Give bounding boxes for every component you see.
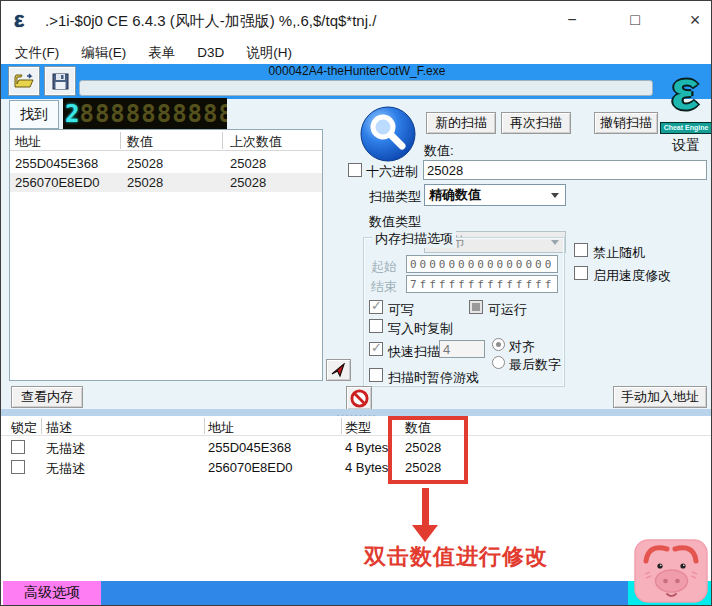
annotation-arrow-icon [422, 488, 429, 526]
menu-d3d[interactable]: D3D [197, 45, 224, 60]
pause-game-label: 扫描时暂停游戏 [388, 369, 479, 387]
row-type: 4 Bytes [345, 440, 388, 455]
last-digits-radio[interactable] [492, 356, 505, 369]
found-col-address[interactable]: 地址 [15, 133, 41, 151]
menu-help[interactable]: 说明(H) [246, 44, 292, 62]
scan-type-value: 精确数值 [429, 186, 481, 204]
scan-progress-bar [79, 80, 653, 96]
scan-value-input[interactable] [423, 160, 707, 180]
found-address-list[interactable]: 地址 数值 上次数值 255D045E368 25028 25028 25607… [9, 129, 323, 381]
found-row-address: 255D045E368 [15, 156, 98, 171]
cheat-engine-logo-text: Cheat Engine [660, 122, 712, 134]
col-lock[interactable]: 锁定 [11, 419, 37, 437]
attached-process-name: 000042A4-theHunterCotW_F.exe [1, 64, 712, 78]
found-row-value: 25028 [127, 175, 163, 190]
chevron-down-icon [551, 193, 559, 198]
found-row-previous: 25028 [230, 156, 266, 171]
new-scan-button[interactable]: 新的扫描 [426, 112, 496, 134]
hex-label: 十六进制 [366, 163, 418, 181]
settings-link[interactable]: 设置 [672, 137, 700, 155]
scan-type-dropdown[interactable]: 精确数值 [424, 184, 566, 206]
menu-table[interactable]: 表单 [148, 44, 175, 62]
executable-label: 可运行 [488, 301, 527, 319]
cheat-engine-logo-icon[interactable]: ε [656, 59, 712, 125]
unrandomizer-label: 禁止随机 [593, 244, 645, 262]
start-label: 起始 [371, 258, 397, 276]
annotation-arrow-head-icon [412, 525, 438, 542]
found-row-address: 256070E8ED0 [15, 175, 100, 190]
maximize-button[interactable]: □ [614, 5, 656, 35]
col-type[interactable]: 类型 [345, 419, 371, 437]
freeze-checkbox[interactable] [11, 440, 25, 454]
found-row-previous: 25028 [230, 175, 266, 190]
found-list-header: 地址 数值 上次数值 [10, 130, 322, 151]
hex-checkbox[interactable] [348, 163, 362, 177]
found-count-label: 找到 [9, 100, 59, 129]
fast-scan-alignment-input[interactable] [439, 340, 485, 358]
found-count-lcd: 2 8888888888 [63, 98, 227, 129]
next-scan-button[interactable]: 再次扫描 [501, 112, 571, 134]
unrandomizer-checkbox[interactable] [574, 243, 588, 257]
writable-checkbox[interactable] [369, 300, 383, 314]
annotation-text: 双击数值进行修改 [341, 542, 571, 572]
menu-edit[interactable]: 编辑(E) [81, 44, 126, 62]
row-description: 无描述 [46, 440, 85, 458]
row-description: 无描述 [46, 460, 85, 478]
freeze-checkbox[interactable] [11, 460, 25, 474]
window-title: .>1i-$0j0 CE 6.4.3 (风叶人-加强版) %,.6,$/tq$*… [45, 12, 376, 31]
row-type: 4 Bytes [345, 460, 388, 475]
alignment-radio[interactable] [492, 338, 505, 351]
minimize-button[interactable]: − [551, 5, 593, 35]
stop-scan-button[interactable] [346, 386, 372, 410]
column-divider [341, 418, 342, 434]
col-addr[interactable]: 地址 [208, 419, 234, 437]
column-divider [41, 418, 42, 434]
undo-scan-button[interactable]: 撤销扫描 [594, 112, 658, 134]
speedhack-checkbox[interactable] [574, 266, 588, 280]
memory-options-title: 内存扫描选项 [372, 230, 456, 248]
fast-scan-checkbox[interactable] [369, 342, 383, 356]
found-col-previous[interactable]: 上次数值 [230, 133, 282, 151]
lcd-ghost-digits: 8888888888 [79, 100, 227, 128]
column-divider [120, 132, 121, 149]
menu-bar: 文件(F) 编辑(E) 表单 D3D 说明(H) [1, 41, 712, 64]
scan-start-input[interactable] [406, 255, 558, 273]
copy-on-write-checkbox[interactable] [369, 319, 383, 333]
splitter-grip-icon: ......... [337, 411, 378, 415]
change-pointer-button[interactable] [326, 359, 351, 381]
found-row-value: 25028 [127, 156, 163, 171]
advanced-options-button[interactable]: 高级选项 [3, 581, 101, 605]
column-divider [204, 418, 205, 434]
copy-on-write-label: 写入时复制 [388, 320, 453, 338]
found-row[interactable]: 256070E8ED0 25028 25028 [10, 173, 322, 192]
arrow-cursor-icon [331, 363, 346, 378]
menu-file[interactable]: 文件(F) [15, 44, 59, 62]
address-table-header: 锁定 描述 地址 类型 数值 [1, 416, 712, 436]
col-desc[interactable]: 描述 [46, 419, 72, 437]
executable-checkbox[interactable] [469, 300, 483, 314]
scan-stop-input[interactable] [406, 275, 558, 293]
bottom-bar-filler [101, 581, 628, 605]
add-address-manually-button[interactable]: 手动加入地址 [613, 386, 707, 408]
close-button[interactable]: × [674, 5, 712, 35]
value-type-label: 数值类型 [369, 213, 421, 231]
cheat-engine-window: ε .>1i-$0j0 CE 6.4.3 (风叶人-加强版) %,.6,$/tq… [0, 0, 712, 606]
row-address: 256070E8ED0 [208, 460, 293, 475]
row-address: 255D045E368 [208, 440, 291, 455]
value-label: 数值: [424, 142, 454, 160]
lcd-value: 2 [65, 100, 79, 128]
last-digits-label: 最后数字 [509, 356, 561, 374]
memory-view-button[interactable]: 查看内存 [11, 386, 83, 408]
speedhack-label: 启用速度修改 [593, 267, 671, 285]
found-row[interactable]: 255D045E368 25028 25028 [10, 154, 322, 173]
pause-game-checkbox[interactable] [369, 368, 383, 382]
panel-splitter[interactable]: ......... [1, 409, 712, 416]
stop-label: 结束 [371, 278, 397, 296]
no-entry-icon [350, 389, 369, 408]
app-logo-icon: ε [14, 7, 24, 33]
found-col-value[interactable]: 数值 [127, 133, 153, 151]
writable-label: 可写 [388, 301, 414, 319]
fast-scan-label: 快速扫描 [388, 343, 440, 361]
annotation-highlight-box [388, 416, 468, 484]
scan-type-label: 扫描类型 [369, 188, 421, 206]
